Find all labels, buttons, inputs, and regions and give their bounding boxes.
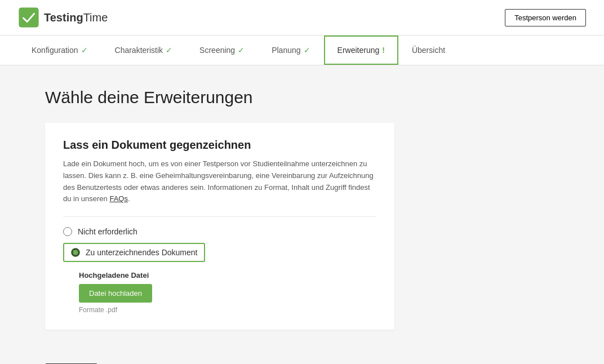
card-title: Lass ein Dokument gegenzeichnen [63,139,376,152]
nav-item-erweiterung[interactable]: Erweiterung ! [324,35,398,65]
main-nav: Konfiguration ✓ Charakteristik ✓ Screeni… [0,35,604,65]
nav-label-screening: Screening [199,46,235,55]
extension-card: Lass ein Dokument gegenzeichnen Lade ein… [45,123,394,330]
page-title: Wähle deine Erweiterungen [45,88,559,107]
logo-text: TestingTime [44,11,108,24]
nav-item-planung[interactable]: Planung ✓ [258,35,323,65]
nav-label-planung: Planung [272,46,300,55]
nav-label-konfiguration: Konfiguration [32,46,78,55]
upload-formats: Formate .pdf [79,306,376,314]
main-content: Wähle deine Erweiterungen Lass ein Dokum… [0,65,604,352]
header: TestingTime Testperson werden [0,0,604,35]
radio-option-not-required[interactable]: Nicht erforderlich [63,227,376,236]
svg-rect-0 [19,8,38,27]
nav-check-charakteristik: ✓ [166,46,172,55]
nav-label-uebersicht: Übersicht [412,46,445,55]
logo: TestingTime [18,7,108,28]
footer: Zurück Weiter [0,352,604,364]
radio-sign-document[interactable] [71,248,80,257]
card-divider [63,216,376,217]
nav-item-konfiguration[interactable]: Konfiguration ✓ [18,35,101,65]
radio-label-sign-document: Zu unterzeichnendes Dokument [86,248,197,257]
nav-check-screening: ✓ [238,46,245,55]
upload-section: Hochgeladene Datei Datei hochladen Forma… [79,271,376,314]
nav-label-charakteristik: Charakteristik [115,46,163,55]
nav-item-screening[interactable]: Screening ✓ [186,35,258,65]
nav-label-erweiterung: Erweiterung [337,46,380,55]
nav-check-konfiguration: ✓ [81,46,88,55]
radio-label-not-required: Nicht erforderlich [78,227,137,236]
nav-check-planung: ✓ [304,46,310,55]
testperson-button[interactable]: Testperson werden [505,9,586,26]
upload-button[interactable]: Datei hochladen [79,284,152,303]
radio-option-sign-document[interactable]: Zu unterzeichnendes Dokument [63,243,205,262]
radio-not-required[interactable] [63,227,72,236]
upload-label: Hochgeladene Datei [79,271,376,279]
nav-exclaim-erweiterung: ! [382,46,385,55]
card-description: Lade ein Dokument hoch, um es von einer … [63,158,376,205]
nav-item-charakteristik[interactable]: Charakteristik ✓ [101,35,186,65]
nav-item-uebersicht[interactable]: Übersicht [398,35,459,65]
faq-link[interactable]: FAQs [109,194,128,203]
logo-icon [18,7,39,28]
